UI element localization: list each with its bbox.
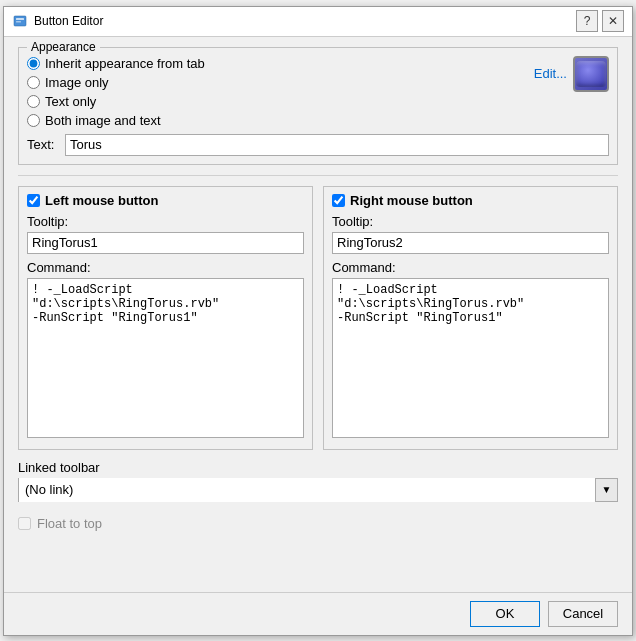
float-row: Float to top: [18, 516, 618, 531]
radio-text-only-input[interactable]: [27, 95, 40, 108]
bottom-row: OK Cancel: [4, 592, 632, 635]
radio-group: Inherit appearance from tab Image only T…: [27, 56, 205, 128]
mouse-section: Left mouse button Tooltip: Command: ! -_…: [18, 186, 618, 450]
help-button[interactable]: ?: [576, 10, 598, 32]
svg-rect-1: [16, 18, 24, 20]
left-tooltip-input[interactable]: [27, 232, 304, 254]
dialog-body: Appearance Inherit appearance from tab I…: [4, 37, 632, 592]
svg-rect-2: [16, 21, 21, 23]
text-row: Text:: [27, 134, 609, 156]
radio-inherit-input[interactable]: [27, 57, 40, 70]
left-command-textarea[interactable]: ! -_LoadScript "d:\scripts\RingTorus.rvb…: [27, 278, 304, 438]
left-mouse-title: Left mouse button: [45, 193, 158, 208]
radio-both[interactable]: Both image and text: [27, 113, 205, 128]
appearance-content: Inherit appearance from tab Image only T…: [27, 56, 609, 128]
radio-inherit-label: Inherit appearance from tab: [45, 56, 205, 71]
right-mouse-panel: Right mouse button Tooltip: Command: ! -…: [323, 186, 618, 450]
radio-text-only[interactable]: Text only: [27, 94, 205, 109]
text-input[interactable]: [65, 134, 609, 156]
radio-inherit[interactable]: Inherit appearance from tab: [27, 56, 205, 71]
left-mouse-checkbox[interactable]: [27, 194, 40, 207]
linked-toolbar-section: Linked toolbar (No link) ▼: [18, 460, 618, 502]
cancel-button[interactable]: Cancel: [548, 601, 618, 627]
radio-image-only[interactable]: Image only: [27, 75, 205, 90]
right-command-label: Command:: [332, 260, 609, 275]
divider-1: [18, 175, 618, 176]
right-mouse-title: Right mouse button: [350, 193, 473, 208]
radio-image-only-label: Image only: [45, 75, 109, 90]
title-bar-controls: ? ✕: [576, 10, 624, 32]
left-mouse-panel: Left mouse button Tooltip: Command: ! -_…: [18, 186, 313, 450]
left-mouse-header: Left mouse button: [27, 193, 304, 208]
edit-link[interactable]: Edit...: [534, 66, 567, 81]
linked-toolbar-label: Linked toolbar: [18, 460, 618, 475]
right-tooltip-input[interactable]: [332, 232, 609, 254]
float-top-checkbox[interactable]: [18, 517, 31, 530]
button-editor-dialog: Button Editor ? ✕ Appearance Inherit app…: [3, 6, 633, 636]
left-tooltip-label: Tooltip:: [27, 214, 304, 229]
radio-image-only-input[interactable]: [27, 76, 40, 89]
text-field-label: Text:: [27, 137, 57, 152]
linked-toolbar-select[interactable]: (No link) ▼: [18, 478, 618, 502]
radio-text-only-label: Text only: [45, 94, 96, 109]
appearance-group: Appearance Inherit appearance from tab I…: [18, 47, 618, 165]
left-command-label: Command:: [27, 260, 304, 275]
right-command-textarea[interactable]: ! -_LoadScript "d:\scripts\RingTorus.rvb…: [332, 278, 609, 438]
float-top-label: Float to top: [37, 516, 102, 531]
appearance-group-label: Appearance: [27, 40, 100, 54]
right-tooltip-label: Tooltip:: [332, 214, 609, 229]
dialog-title: Button Editor: [34, 14, 103, 28]
right-mouse-checkbox[interactable]: [332, 194, 345, 207]
edit-preview-area: Edit...: [534, 56, 609, 92]
title-bar-left: Button Editor: [12, 13, 103, 29]
title-bar: Button Editor ? ✕: [4, 7, 632, 37]
linked-toolbar-dropdown-arrow[interactable]: ▼: [595, 479, 617, 501]
preview-button-inner: [576, 61, 606, 87]
preview-button[interactable]: [573, 56, 609, 92]
close-button[interactable]: ✕: [602, 10, 624, 32]
right-mouse-header: Right mouse button: [332, 193, 609, 208]
ok-button[interactable]: OK: [470, 601, 540, 627]
dialog-icon: [12, 13, 28, 29]
linked-toolbar-value: (No link): [19, 478, 595, 502]
radio-both-label: Both image and text: [45, 113, 161, 128]
radio-both-input[interactable]: [27, 114, 40, 127]
